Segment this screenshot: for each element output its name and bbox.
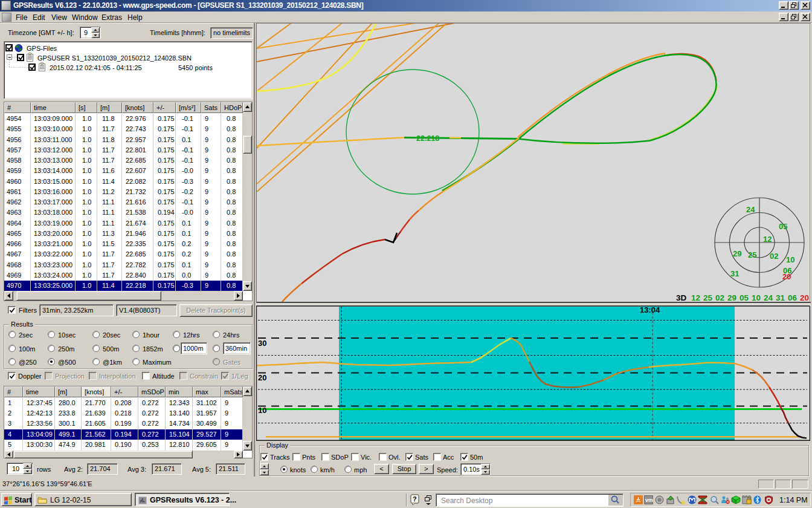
svg-text:29: 29	[727, 293, 736, 302]
svg-text:12: 12	[763, 235, 772, 244]
svg-text:vm: vm	[645, 497, 653, 503]
svg-text:20: 20	[258, 373, 266, 382]
svg-text:31: 31	[776, 293, 785, 302]
svg-text:06: 06	[788, 293, 798, 302]
svg-text:31: 31	[730, 269, 739, 278]
svg-text:25: 25	[703, 293, 713, 302]
svg-text:05: 05	[779, 222, 787, 231]
svg-text:3D: 3D	[676, 293, 687, 302]
svg-text:02: 02	[715, 293, 724, 302]
svg-text:22.218: 22.218	[416, 134, 439, 143]
svg-text:29: 29	[733, 249, 741, 258]
svg-text:24: 24	[764, 293, 773, 302]
svg-text:25: 25	[748, 250, 756, 259]
svg-text:10: 10	[786, 255, 794, 264]
svg-text:12: 12	[691, 293, 700, 302]
svg-text:10: 10	[258, 406, 266, 415]
svg-text:20: 20	[800, 293, 809, 302]
svg-text:?: ?	[413, 495, 417, 503]
svg-text:30: 30	[258, 339, 266, 348]
svg-text:10: 10	[752, 293, 761, 302]
svg-text:05: 05	[740, 293, 749, 302]
svg-text:20: 20	[782, 272, 791, 281]
svg-text:02: 02	[770, 252, 778, 261]
svg-text:24: 24	[746, 205, 755, 214]
svg-text:13:04: 13:04	[640, 305, 660, 314]
